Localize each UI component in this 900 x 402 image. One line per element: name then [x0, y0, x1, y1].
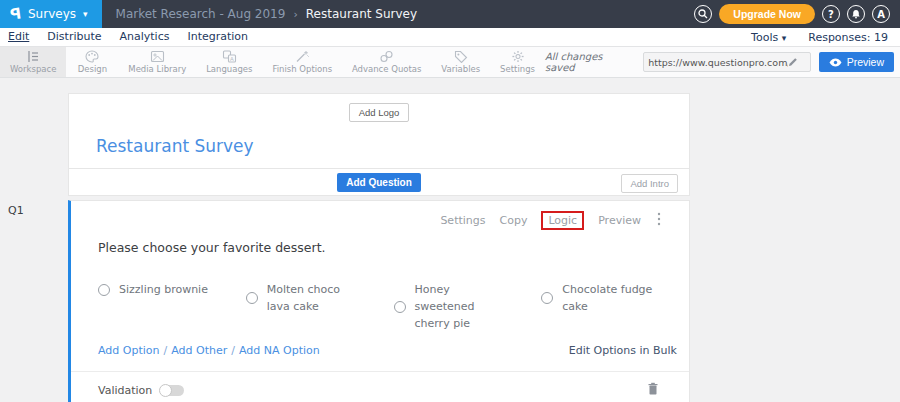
preview-label: Preview [847, 56, 884, 68]
magic-wand-icon [295, 50, 309, 63]
preview-button[interactable]: Preview [819, 52, 894, 72]
tab-analytics[interactable]: Analytics [120, 30, 170, 44]
toolbar-right: All changes saved Preview [545, 47, 900, 77]
breadcrumb-current: Restaurant Survey [306, 7, 417, 21]
add-question-button[interactable]: Add Question [337, 173, 421, 192]
delete-question-button[interactable] [647, 382, 659, 399]
gear-icon [511, 50, 525, 63]
tool-label: Advance Quotas [352, 64, 422, 74]
validation-row: Validation [71, 371, 689, 402]
toolbar-item-finish-options[interactable]: Finish Options [262, 47, 342, 77]
option-molten-choco-lava-cake[interactable]: Molten choco lava cake [246, 281, 394, 315]
option-label: Molten choco lava cake [267, 281, 364, 315]
question-index-label: Q1 [8, 204, 24, 217]
tools-label: Tools [751, 31, 778, 44]
editor-toolbar: Workspace Design Media Library A Languag… [0, 47, 900, 78]
notifications-button[interactable] [847, 5, 865, 23]
survey-column: Add Logo Restaurant Survey Add Question … [68, 93, 690, 402]
autosave-status: All changes saved [545, 51, 635, 73]
tab-distribute[interactable]: Distribute [47, 30, 101, 44]
responses-count[interactable]: Responses: 19 [808, 31, 888, 44]
option-label: Honey sweetened cherry pie [415, 281, 512, 332]
product-name: Surveys [28, 7, 76, 21]
account-avatar[interactable]: A [872, 5, 890, 23]
workspace-icon [26, 50, 40, 63]
question-preview-link[interactable]: Preview [598, 214, 641, 227]
question-settings-link[interactable]: Settings [440, 214, 485, 227]
question-text[interactable]: Please choose your favorite dessert. [71, 230, 689, 255]
toolbar-item-design[interactable]: Design [66, 47, 118, 77]
bell-icon [851, 9, 861, 19]
breadcrumb-separator-icon: › [293, 8, 297, 21]
edit-options-in-bulk-link[interactable]: Edit Options in Bulk [569, 344, 677, 357]
questionpro-logo-icon: P [9, 4, 22, 23]
validation-label: Validation [98, 384, 152, 397]
tool-label: Media Library [128, 64, 186, 74]
add-option-link[interactable]: Add Option [98, 344, 160, 357]
question-actions: Settings Copy Logic Preview [71, 201, 689, 230]
tools-menu[interactable]: Tools ▾ [751, 31, 786, 44]
toolbar-item-settings[interactable]: Settings [490, 47, 545, 77]
surveys-menu[interactable]: P Surveys ▾ [0, 0, 102, 28]
upgrade-now-button[interactable]: Upgrade Now [719, 4, 815, 24]
toolbar-item-workspace[interactable]: Workspace [0, 47, 66, 77]
breadcrumb-folder[interactable]: Market Research - Aug 2019 [116, 7, 286, 21]
editor-canvas: Q1 Add Logo Restaurant Survey Add Questi… [0, 78, 900, 402]
trash-icon [647, 382, 659, 396]
radio-icon[interactable] [394, 301, 406, 313]
add-question-row: Add Question Add Intro [69, 168, 689, 195]
option-honey-sweetened-cherry-pie[interactable]: Honey sweetened cherry pie [394, 281, 542, 332]
nav-right: Tools ▾ Responses: 19 [751, 31, 900, 44]
question-copy-link[interactable]: Copy [500, 214, 528, 227]
search-button[interactable] [694, 5, 712, 23]
survey-url-field [643, 52, 810, 72]
survey-url-input[interactable] [648, 57, 788, 68]
add-na-option-link[interactable]: Add NA Option [239, 344, 320, 357]
palette-icon [85, 50, 99, 63]
slash-separator: / [231, 344, 235, 357]
toolbar-item-languages[interactable]: A Languages [196, 47, 262, 77]
tool-label: Workspace [10, 64, 56, 74]
radio-icon[interactable] [98, 284, 110, 296]
search-icon [698, 9, 708, 19]
option-label: Chocolate fudge cake [562, 281, 659, 315]
chevron-down-icon: ▾ [782, 33, 787, 43]
tool-label: Variables [441, 64, 480, 74]
tool-label: Settings [500, 64, 535, 74]
topbar-actions: Upgrade Now ? A [694, 0, 900, 28]
breadcrumb: Market Research - Aug 2019 › Restaurant … [102, 0, 432, 28]
add-logo-button[interactable]: Add Logo [349, 103, 410, 122]
eye-icon [829, 58, 842, 67]
option-sizzling-brownie[interactable]: Sizzling brownie [98, 281, 246, 298]
chain-links-icon [379, 50, 394, 63]
logo-row: Add Logo [69, 94, 689, 122]
answer-options: Sizzling brownie Molten choco lava cake … [71, 255, 689, 332]
chevron-down-icon: ▾ [83, 9, 88, 19]
option-links-row: Add Option / Add Other / Add NA Option E… [71, 332, 689, 357]
toggle-knob [159, 384, 172, 397]
toolbar-item-media-library[interactable]: Media Library [118, 47, 196, 77]
toolbar-item-advance-quotas[interactable]: Advance Quotas [342, 47, 431, 77]
add-other-link[interactable]: Add Other [171, 344, 227, 357]
tool-label: Languages [206, 64, 252, 74]
kebab-menu-icon[interactable] [655, 212, 661, 229]
tab-integration[interactable]: Integration [187, 30, 248, 44]
tool-label: Finish Options [272, 64, 332, 74]
pencil-icon[interactable] [788, 57, 798, 67]
help-button[interactable]: ? [822, 5, 840, 23]
question-card: Settings Copy Logic Preview Please choos… [68, 200, 690, 402]
svg-text:A: A [230, 56, 234, 62]
radio-icon[interactable] [246, 292, 258, 304]
toolbar-item-variables[interactable]: Variables [431, 47, 490, 77]
option-chocolate-fudge-cake[interactable]: Chocolate fudge cake [541, 281, 689, 315]
survey-title[interactable]: Restaurant Survey [69, 122, 689, 168]
option-label: Sizzling brownie [119, 281, 208, 298]
tool-label: Design [78, 64, 107, 74]
slash-separator: / [164, 344, 168, 357]
survey-nav: Edit Distribute Analytics Integration To… [0, 28, 900, 47]
tab-edit[interactable]: Edit [8, 30, 29, 44]
add-intro-button[interactable]: Add Intro [621, 174, 678, 193]
radio-icon[interactable] [541, 292, 553, 304]
question-logic-link[interactable]: Logic [541, 211, 584, 230]
validation-toggle[interactable] [160, 385, 184, 396]
